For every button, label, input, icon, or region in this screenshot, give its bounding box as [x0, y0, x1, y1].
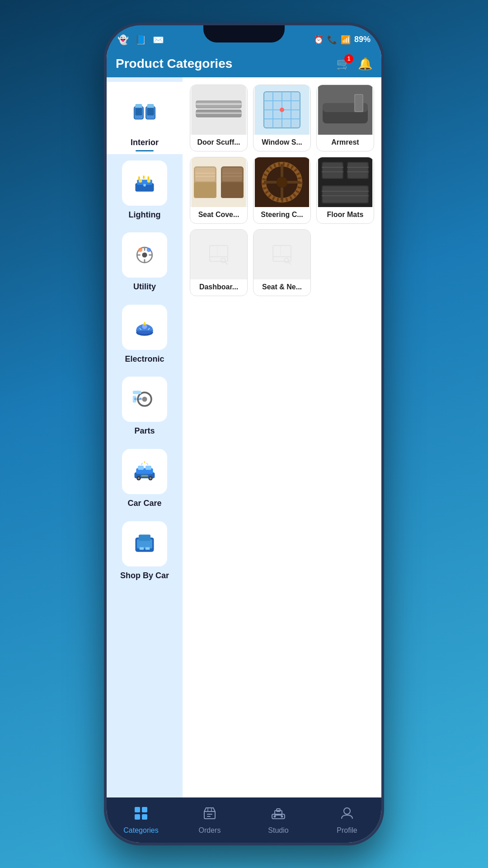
- sidebar-item-lighting[interactable]: Lighting: [107, 154, 183, 226]
- product-name-window-shade: Window S...: [253, 135, 310, 151]
- product-name-door-scuff: Door Scuff...: [190, 135, 247, 151]
- svg-rect-48: [145, 547, 150, 550]
- lighting-label: Lighting: [129, 210, 161, 220]
- sidebar-item-car-care[interactable]: Car Care: [107, 443, 183, 515]
- product-image-door-scuff: [190, 85, 247, 135]
- lighting-icon-box: [122, 160, 167, 206]
- svg-point-123: [344, 808, 350, 814]
- svg-rect-91: [323, 163, 343, 178]
- svg-rect-113: [142, 807, 147, 812]
- nav-item-orders[interactable]: Orders: [189, 806, 230, 835]
- bottom-nav: Categories Orders: [107, 797, 381, 843]
- studio-icon: [271, 806, 286, 824]
- product-card-dashboard[interactable]: Dashboar...: [190, 229, 248, 296]
- svg-point-39: [138, 477, 140, 480]
- interior-label: Interior: [131, 138, 159, 148]
- parts-label: Parts: [134, 426, 155, 436]
- utility-label: Utility: [133, 282, 156, 292]
- parts-icon-box: CAR: [122, 377, 167, 422]
- battery-text: 89%: [354, 35, 371, 44]
- product-card-armrest[interactable]: Armrest: [316, 85, 374, 151]
- svg-rect-4: [135, 108, 142, 115]
- svg-rect-93: [348, 163, 368, 178]
- snapchat-icon: 👻: [117, 34, 129, 45]
- svg-point-29: [142, 397, 147, 402]
- categories-icon: [134, 806, 148, 824]
- lighting-icon: [132, 170, 157, 196]
- studio-label: Studio: [268, 826, 288, 835]
- parts-icon: CAR: [132, 387, 157, 412]
- time-icon: ⏰: [314, 35, 324, 45]
- nav-item-categories[interactable]: Categories: [121, 806, 161, 835]
- product-image-window-shade: [253, 85, 310, 135]
- product-image-seat-cover: [190, 157, 247, 207]
- facebook-icon: 📘: [135, 34, 146, 45]
- svg-rect-30: [133, 391, 141, 394]
- sidebar-item-parts[interactable]: CAR Parts: [107, 370, 183, 443]
- sidebar-item-utility[interactable]: Utility: [107, 226, 183, 298]
- nav-item-profile[interactable]: Profile: [327, 806, 367, 835]
- content-area: Interior: [107, 77, 381, 797]
- sidebar-item-shop-by-car[interactable]: Shop By Car: [107, 515, 183, 587]
- phone-frame: 👻 📘 ✉️ ⏰ 📞 📶 89% Product Categories 🛒 1 …: [104, 23, 384, 845]
- shop-by-car-icon-box: [122, 521, 167, 566]
- svg-line-41: [141, 463, 143, 465]
- product-image-dashboard: [190, 230, 247, 279]
- product-name-dashboard: Dashboar...: [190, 279, 247, 296]
- product-card-steering[interactable]: Steering C...: [253, 157, 311, 224]
- svg-point-13: [143, 184, 146, 186]
- svg-rect-115: [142, 814, 147, 820]
- main-content: Door Scuff...: [183, 77, 381, 797]
- svg-text:CAR: CAR: [135, 397, 142, 401]
- product-name-steering: Steering C...: [253, 207, 310, 223]
- svg-point-84: [277, 177, 287, 188]
- svg-rect-36: [145, 466, 151, 470]
- product-name-floor-mats: Floor Mats: [317, 207, 374, 223]
- shop-by-car-icon: [132, 531, 157, 557]
- product-grid: Door Scuff...: [190, 85, 374, 296]
- page-title: Product Categories: [116, 57, 232, 71]
- svg-rect-47: [140, 547, 144, 550]
- notification-icon[interactable]: 🔔: [358, 57, 372, 71]
- product-image-floor-mats: [317, 157, 374, 207]
- product-card-door-scuff[interactable]: Door Scuff...: [190, 85, 248, 151]
- electronic-icon: [132, 315, 157, 340]
- svg-rect-12: [148, 176, 150, 179]
- utility-icon-box: [122, 232, 167, 278]
- cart-button[interactable]: 🛒 1: [336, 57, 351, 71]
- nav-item-studio[interactable]: Studio: [258, 806, 299, 835]
- app-screen: Product Categories 🛒 1 🔔: [107, 50, 381, 843]
- product-image-seat-neck: [253, 230, 310, 279]
- svg-rect-35: [138, 466, 144, 470]
- wifi-icon: 📶: [341, 35, 351, 45]
- svg-rect-2: [135, 104, 142, 108]
- interior-icon-box: [122, 88, 167, 133]
- product-image-armrest: [317, 85, 374, 135]
- electronic-icon-box: [122, 305, 167, 350]
- svg-point-9: [147, 179, 150, 182]
- svg-rect-114: [135, 814, 140, 820]
- svg-rect-76: [221, 182, 244, 198]
- svg-rect-3: [147, 104, 154, 108]
- svg-rect-75: [222, 168, 242, 181]
- sidebar-item-interior[interactable]: Interior: [107, 82, 183, 154]
- product-card-seat-cover[interactable]: Seat Cove...: [190, 157, 248, 224]
- product-card-floor-mats[interactable]: Floor Mats: [316, 157, 374, 224]
- product-card-seat-neck[interactable]: Seat & Ne...: [253, 229, 311, 296]
- svg-rect-5: [147, 108, 154, 115]
- svg-point-20: [138, 248, 142, 252]
- svg-line-105: [225, 262, 228, 264]
- product-card-window-shade[interactable]: Window S...: [253, 85, 311, 151]
- interior-icon: [132, 98, 157, 123]
- sidebar-item-electronic[interactable]: Electronic: [107, 298, 183, 371]
- svg-point-122: [281, 815, 283, 817]
- svg-rect-43: [141, 475, 148, 476]
- profile-icon: [340, 806, 354, 824]
- svg-rect-46: [139, 534, 150, 541]
- phone-icon: 📞: [327, 35, 337, 45]
- product-image-steering: [253, 157, 310, 207]
- product-name-seat-neck: Seat & Ne...: [253, 279, 310, 296]
- electronic-label: Electronic: [125, 354, 164, 364]
- orders-label: Orders: [199, 826, 221, 835]
- gmail-icon: ✉️: [153, 34, 164, 45]
